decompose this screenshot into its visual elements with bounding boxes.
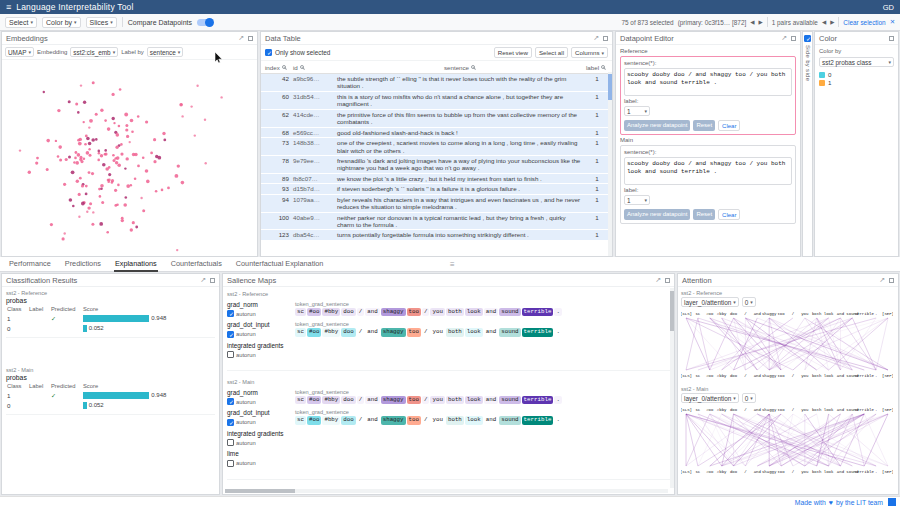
salience-token[interactable]: sc [295, 416, 306, 424]
salience-token[interactable]: and [484, 416, 498, 424]
clear-button[interactable]: Clear [718, 120, 740, 131]
datapoint[interactable] [46, 168, 49, 171]
maximize-icon[interactable] [889, 36, 894, 41]
salience-token[interactable]: doo [341, 416, 355, 424]
salience-token[interactable]: / [422, 308, 429, 316]
datapoint[interactable] [46, 139, 50, 143]
label-select[interactable]: 1▾ [624, 106, 650, 116]
salience-token[interactable]: / [357, 308, 364, 316]
table-row[interactable]: 789e79ee…fresnadillo 's dark and jolting… [261, 156, 612, 174]
datapoint[interactable] [80, 84, 82, 86]
tab-explanations[interactable]: Explanations [114, 257, 158, 272]
datapoint[interactable] [95, 138, 98, 141]
salience-token[interactable]: both [446, 396, 464, 404]
datapoint[interactable] [62, 237, 65, 240]
color-by-menu[interactable]: Color by▾ [42, 17, 81, 28]
salience-token[interactable]: / [357, 328, 364, 336]
salience-token[interactable]: too [407, 396, 421, 404]
scrollbar-thumb[interactable] [670, 291, 674, 331]
datapoint[interactable] [76, 180, 79, 183]
datapoint[interactable] [101, 201, 104, 204]
datapoint[interactable] [177, 164, 180, 167]
projector-select[interactable]: UMAP▾ [5, 47, 34, 57]
datapoint[interactable] [106, 231, 109, 234]
datapoint[interactable] [50, 223, 53, 226]
datapoint[interactable] [113, 122, 115, 124]
popout-icon[interactable]: ↗ [593, 34, 599, 42]
color-by-select[interactable]: sst2 probas class▾ [819, 57, 894, 67]
classification-row[interactable]: 1✓0.948 [6, 390, 215, 400]
datapoint[interactable] [163, 139, 166, 142]
datapoint[interactable] [116, 133, 120, 137]
salience-token[interactable]: both [446, 416, 464, 424]
maximize-icon[interactable] [889, 278, 894, 283]
datapoint[interactable] [71, 170, 75, 174]
datapoint[interactable] [142, 156, 145, 159]
salience-token[interactable]: look [465, 308, 483, 316]
classification-row[interactable]: 00.052 [6, 400, 215, 410]
autorun-checkbox[interactable] [227, 439, 234, 446]
salience-token[interactable]: / [422, 396, 429, 404]
salience-token[interactable]: terrible [522, 396, 554, 404]
column-header-id[interactable]: id [291, 64, 335, 71]
datapoint[interactable] [78, 142, 82, 146]
datapoint[interactable] [92, 211, 94, 213]
datapoint[interactable] [43, 91, 45, 93]
datapoint[interactable] [100, 188, 103, 191]
search-icon[interactable] [601, 65, 605, 69]
datapoint[interactable] [194, 134, 196, 136]
datapoint[interactable] [114, 189, 117, 192]
salience-token[interactable]: both [446, 328, 464, 336]
datapoint[interactable] [64, 232, 66, 234]
salience-token[interactable]: and [365, 416, 379, 424]
autorun-checkbox[interactable] [227, 419, 234, 426]
user-initials[interactable]: GD [883, 3, 894, 12]
datapoint[interactable] [220, 96, 222, 98]
datapoint[interactable] [161, 189, 164, 192]
salience-token[interactable]: look [465, 396, 483, 404]
analyze-button[interactable]: Analyze new datapoint [624, 209, 690, 220]
clear-button[interactable]: Clear [718, 209, 740, 220]
salience-token[interactable]: #bby [322, 416, 340, 424]
datapoint[interactable] [114, 157, 117, 160]
datapoint[interactable] [107, 127, 111, 131]
datapoint[interactable] [134, 177, 137, 180]
maximize-icon[interactable] [791, 36, 796, 41]
prev-datapoint-icon[interactable]: ◀ [750, 19, 754, 25]
datapoint[interactable] [86, 211, 88, 213]
datapoint[interactable] [115, 161, 118, 164]
datapoint[interactable] [130, 228, 133, 231]
attention-plot[interactable]: [CLS][CLS]scsc#oo#oo#bby#bbydoodoo//anda… [681, 403, 893, 477]
reset-view-button[interactable]: Reset view [494, 47, 532, 58]
salience-token[interactable]: doo [341, 396, 355, 404]
datapoint[interactable] [79, 177, 82, 180]
classification-row[interactable]: 00.052 [6, 323, 215, 333]
salience-token[interactable]: shaggy [381, 416, 406, 424]
datapoint[interactable] [91, 138, 95, 142]
datapoint[interactable] [155, 190, 158, 193]
datapoint[interactable] [59, 159, 62, 162]
datapoint[interactable] [78, 216, 80, 218]
salience-token[interactable]: #oo [307, 416, 321, 424]
datapoint[interactable] [74, 157, 77, 160]
salience-token[interactable]: and [484, 308, 498, 316]
select-all-button[interactable]: Select all [535, 47, 568, 58]
embedding-select[interactable]: sst2:cls_emb▾ [70, 47, 118, 57]
datapoint[interactable] [108, 173, 111, 176]
datapoint[interactable] [100, 109, 103, 112]
datapoint[interactable] [86, 137, 90, 141]
column-header-sentence[interactable]: sentence [335, 64, 584, 71]
datapoint[interactable] [100, 184, 104, 188]
datapoint[interactable] [65, 158, 68, 161]
table-row[interactable]: 42a9bc96…the subtle strength of `` ellin… [261, 74, 612, 92]
select-menu[interactable]: Select▾ [5, 17, 37, 28]
datapoint[interactable] [80, 156, 83, 159]
datapoint[interactable] [135, 226, 138, 229]
embedding-scatter[interactable] [2, 60, 257, 256]
table-row[interactable]: 941079aa…byler reveals his characters in… [261, 195, 612, 213]
datapoint[interactable] [134, 153, 137, 156]
salience-token[interactable]: / [357, 416, 364, 424]
maximize-icon[interactable] [210, 278, 215, 283]
layer-select[interactable]: layer_0/attention▾ [681, 393, 739, 403]
datapoint[interactable] [125, 124, 128, 127]
